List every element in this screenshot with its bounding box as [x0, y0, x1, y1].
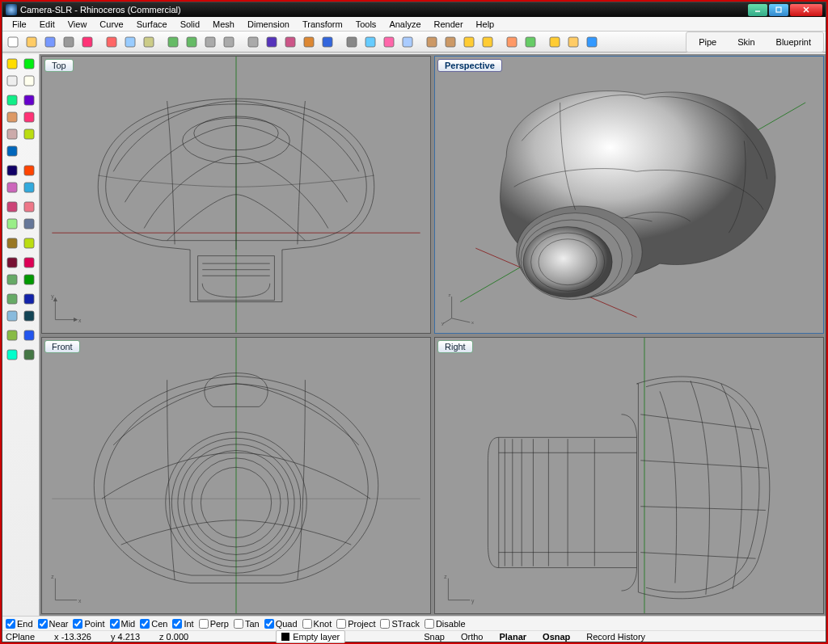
menu-curve[interactable]: Curve	[93, 18, 129, 31]
poly-icon[interactable]	[21, 73, 37, 89]
menu-tools[interactable]: Tools	[349, 18, 383, 31]
cut-icon[interactable]	[103, 33, 120, 51]
srf-icon[interactable]	[4, 162, 20, 179]
pointer-icon[interactable]	[4, 56, 20, 72]
zoom-ext-icon[interactable]	[281, 33, 299, 51]
save-icon[interactable]	[41, 33, 59, 51]
zoom-icon[interactable]	[244, 33, 262, 51]
toggle-ortho[interactable]: Ortho	[454, 630, 491, 643]
mesh-icon[interactable]	[4, 235, 20, 251]
open-icon[interactable]	[23, 33, 40, 51]
osnap-point-checkbox[interactable]	[73, 619, 82, 629]
analyze-icon[interactable]	[4, 347, 20, 363]
hide-icon[interactable]	[423, 33, 441, 51]
toggle-osnap[interactable]: Osnap	[535, 630, 577, 643]
osnap-quad[interactable]: Quad	[264, 619, 298, 629]
osnap-cen-checkbox[interactable]	[140, 619, 150, 629]
menu-dimension[interactable]: Dimension	[241, 18, 296, 31]
shaded-icon[interactable]	[361, 33, 379, 51]
viewport-label-right[interactable]: Right	[437, 340, 473, 353]
viewport-label-front[interactable]: Front	[44, 340, 80, 353]
osnap-tan-checkbox[interactable]	[234, 619, 243, 629]
join-icon[interactable]	[21, 271, 37, 288]
osnap-end-checkbox[interactable]	[6, 619, 15, 629]
tab-blueprint[interactable]: Blueprint	[766, 34, 822, 50]
unlock-icon[interactable]	[479, 33, 496, 51]
menu-render[interactable]: Render	[428, 18, 470, 31]
scale-icon[interactable]	[21, 308, 37, 324]
toggle-snap[interactable]: Snap	[416, 630, 452, 643]
osnap-project[interactable]: Project	[336, 619, 375, 629]
viewport-label-perspective[interactable]: Perspective	[437, 59, 502, 72]
menu-surface[interactable]: Surface	[130, 18, 174, 31]
maximize-button[interactable]	[769, 4, 788, 16]
close-button[interactable]	[790, 4, 822, 16]
pan-icon[interactable]	[201, 33, 219, 51]
print-icon[interactable]	[60, 33, 78, 51]
osnap-quad-checkbox[interactable]	[264, 619, 274, 629]
toggle-planar[interactable]: Planar	[492, 630, 534, 643]
layers-icon[interactable]	[503, 33, 521, 51]
render2-icon[interactable]	[21, 347, 37, 363]
zoom-sel-icon[interactable]	[300, 33, 318, 51]
menu-transform[interactable]: Transform	[296, 18, 349, 31]
lasso-icon[interactable]	[4, 73, 20, 89]
loft-icon[interactable]	[4, 179, 20, 196]
doc-icon[interactable]	[78, 33, 96, 51]
wireframe-icon[interactable]	[343, 33, 361, 51]
move-icon[interactable]	[21, 291, 37, 307]
minimize-button[interactable]	[748, 4, 767, 16]
osnap-mid[interactable]: Mid	[110, 619, 136, 629]
options-icon[interactable]	[564, 33, 582, 51]
polygon-icon[interactable]	[4, 143, 20, 159]
cone-icon[interactable]	[21, 216, 37, 232]
viewport-right[interactable]: Right	[434, 337, 824, 615]
ghosted-icon[interactable]	[399, 33, 416, 51]
osnap-int[interactable]: Int	[172, 619, 193, 629]
viewport-perspective[interactable]: Perspective	[434, 56, 824, 334]
new-icon[interactable]	[4, 33, 22, 51]
render-icon[interactable]	[546, 33, 564, 51]
menu-view[interactable]: View	[61, 18, 94, 31]
xform-icon[interactable]	[4, 291, 20, 307]
sweep-icon[interactable]	[21, 179, 37, 196]
osnap-int-checkbox[interactable]	[172, 619, 182, 629]
zoom-win-icon[interactable]	[263, 33, 281, 51]
osnap-end[interactable]: End	[6, 619, 33, 629]
redo-icon[interactable]	[183, 33, 201, 51]
viewport-label-top[interactable]: Top	[44, 59, 74, 72]
paste-icon[interactable]	[140, 33, 158, 51]
copy-icon[interactable]	[121, 33, 139, 51]
undo-icon[interactable]	[164, 33, 182, 51]
osnap-disable[interactable]: Disable	[425, 619, 466, 629]
box-icon[interactable]	[4, 199, 20, 215]
layer-selector[interactable]: Empty layer	[276, 630, 345, 643]
osnap-strack[interactable]: STrack	[380, 619, 419, 629]
rot-icon[interactable]	[4, 308, 20, 324]
curve-icon[interactable]	[21, 92, 37, 108]
status-cplane[interactable]: CPlane	[6, 632, 35, 642]
text-icon[interactable]	[21, 327, 37, 343]
sphere-icon[interactable]	[21, 199, 37, 215]
osnap-tan[interactable]: Tan	[234, 619, 260, 629]
help-icon[interactable]	[583, 33, 601, 51]
zoom-all-icon[interactable]	[319, 33, 336, 51]
lock-icon[interactable]	[460, 33, 478, 51]
show-icon[interactable]	[441, 33, 459, 51]
osnap-knot[interactable]: Knot	[302, 619, 332, 629]
rect-icon[interactable]	[21, 126, 37, 142]
ext-icon[interactable]	[21, 162, 37, 179]
arc-icon[interactable]	[21, 109, 37, 125]
toggle-record-history[interactable]: Record History	[579, 630, 653, 643]
menu-mesh[interactable]: Mesh	[206, 18, 241, 31]
cyl-icon[interactable]	[4, 216, 20, 232]
circle-icon[interactable]	[4, 126, 20, 142]
rendered-icon[interactable]	[380, 33, 398, 51]
viewport-front[interactable]: Front	[41, 337, 431, 615]
flyout-icon[interactable]	[21, 56, 37, 72]
split-icon[interactable]	[4, 271, 20, 288]
tab-pipe[interactable]: Pipe	[688, 34, 727, 50]
rotate-icon[interactable]	[220, 33, 238, 51]
osnap-knot-checkbox[interactable]	[302, 619, 312, 629]
osnap-near[interactable]: Near	[38, 619, 69, 629]
